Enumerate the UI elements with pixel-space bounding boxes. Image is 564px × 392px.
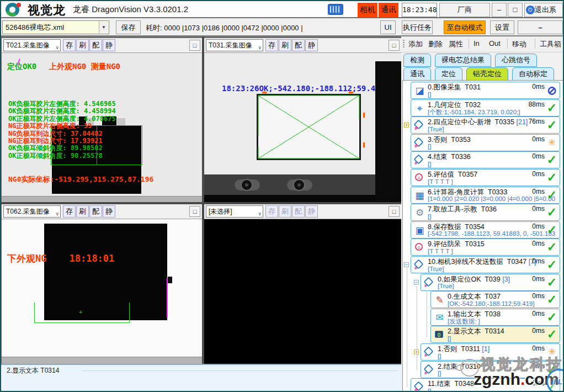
task-item[interactable]: IF11.结束 T03480ms[]✓ (411, 378, 560, 392)
view-button-1[interactable]: 刷 (76, 205, 89, 218)
menu-item-添加[interactable]: 添加 (408, 39, 423, 49)
menu-item-属性[interactable]: 属性 (449, 39, 463, 49)
orange-mark (363, 142, 365, 147)
collapse-icon[interactable]: − (414, 280, 419, 285)
task-item[interactable]: ✎0.生成文本 T0370ms[OK;-542.180;-188.112;59.… (430, 291, 560, 308)
textgen-icon: ✎ (433, 294, 446, 306)
groupbox-line (82, 370, 397, 371)
task-title: 3.否则 T0353 (428, 135, 471, 145)
task-item[interactable]: IF2.结束 T03100ms[]✓ (421, 361, 560, 378)
check-icon: ✓ (545, 101, 558, 115)
menu-item-In[interactable]: In (473, 39, 480, 47)
tab-铝壳定位[interactable]: 铝壳定位 (466, 67, 508, 81)
tree-connector (417, 286, 417, 370)
recipe-dropdown-arrow-icon[interactable]: ▼ (99, 22, 108, 33)
task-item[interactable]: ≡5.评估值 T03570ms[T T T T ]✓ (411, 169, 560, 186)
menu-item-移动[interactable]: 移动 (512, 39, 526, 49)
ui-button[interactable]: UI (380, 20, 396, 34)
view2-source-select[interactable]: T031.采集图像 ∨ (206, 39, 263, 51)
task-count-tag: [1] (480, 345, 489, 353)
view-button-2[interactable]: 配 (292, 39, 305, 51)
task-item[interactable]: IF4.结束 T03360ms[]✓ (411, 151, 560, 168)
run-task-button[interactable]: 执行任务 (402, 20, 433, 34)
task-title: 4.结束 T0336 (428, 152, 471, 162)
view1-maximize-button[interactable]: □ (189, 40, 200, 51)
task-item[interactable]: ▣8.保存数据 T03540ms[-542.1798, -188.1123, 5… (411, 221, 560, 239)
fixture-bar (204, 174, 382, 196)
view4-maximize-button[interactable]: □ (389, 206, 400, 217)
vertical-divider (202, 36, 204, 364)
tab-自动标定[interactable]: 自动标定 (512, 67, 554, 81)
comm-button[interactable]: 通讯 (379, 3, 398, 17)
task-item[interactable]: IF2.四点定位中心-新增 T0335 [21]76ms[True]✓ (411, 116, 560, 134)
keyboard-icon[interactable] (328, 4, 343, 15)
expand-icon[interactable]: + (404, 123, 409, 128)
task-result: [OK;-542.180;-188.112;59.419] (448, 300, 535, 307)
view-button-2[interactable]: 配 (89, 39, 102, 51)
task-item[interactable]: ⌖1.几何定位 T03288ms[个数:1;-501.184, 23.719, … (411, 99, 560, 116)
tab-裸电芯总结果[interactable]: 裸电芯总结果 (435, 54, 491, 67)
task-item[interactable]: ▦6.计算器-角度计算 T03330ms[1=0.000 |2=0.020 |3… (411, 187, 560, 204)
view-button-1[interactable]: 刷 (279, 39, 291, 51)
view-button-0[interactable]: 存 (265, 39, 278, 51)
menu-item-工具箱[interactable]: 工具箱 (540, 39, 561, 49)
task-item[interactable]: IF1.否则 T0311 [1]0ms[]✳ (421, 343, 560, 361)
right-black-strip (375, 61, 401, 204)
blank-wide-button[interactable]: – (518, 20, 563, 34)
view-button-0[interactable]: 存 (63, 205, 76, 218)
display-text-panel: 2.显示文本 T0314 (1, 364, 401, 392)
task-item[interactable]: IF10.相机3掉线不发送数据 T0347 [7]0ms[True]✓ (411, 256, 560, 273)
view3-maximize-button[interactable]: □ (189, 206, 200, 217)
save-button[interactable]: 保存 (116, 20, 141, 34)
task-item[interactable]: ◪0.图像采集 T0310ms[]⊘ (411, 82, 560, 99)
tab-定位[interactable]: 定位 (435, 67, 462, 81)
view1-source-select[interactable]: T021.采集图像 ∨ (3, 39, 61, 51)
camera-button[interactable]: 相机 (358, 3, 377, 17)
measurement-line: NG正极耳胶片右侧高度: 39 (8, 123, 116, 130)
menu-item-删除[interactable]: 删除 (428, 39, 443, 49)
expand-icon[interactable]: + (414, 349, 419, 354)
view-button-3[interactable]: 静 (103, 205, 115, 218)
view3-source-select[interactable]: T062.采集图像 ∨ (3, 205, 61, 218)
menu-item-Out[interactable]: Out (489, 39, 501, 47)
tree-connector (407, 268, 407, 387)
settings-button[interactable]: 设置 (490, 20, 514, 34)
view-button-3[interactable]: 静 (305, 205, 318, 218)
task-item[interactable]: ✉1.输出文本 T0380ms[发送数据: ]✓ (430, 309, 560, 326)
view-button-3[interactable]: 静 (103, 39, 115, 51)
task-time: 0ms (532, 362, 545, 370)
task-item[interactable]: {}2.显示文本 T03140ms[]✓ (430, 326, 560, 343)
task-result: [] (428, 388, 431, 392)
view-button-0[interactable]: 存 (63, 39, 76, 51)
task-item[interactable]: ≡9.评估防呆 T03150ms[T T T T ]✓ (411, 239, 560, 256)
task-result: [] (428, 143, 431, 150)
view-button-1[interactable]: 刷 (279, 205, 291, 218)
view4-source-select[interactable]: [未选择] ∨ (206, 205, 263, 218)
tab-通讯[interactable]: 通讯 (403, 67, 431, 81)
view-button-2[interactable]: 配 (89, 205, 102, 218)
task-item[interactable]: IF3.否则 T03530ms[]✳ (411, 134, 560, 151)
exit-system-button[interactable]: ⏻ 退出系统 (524, 3, 563, 17)
view-button-0[interactable]: 存 (265, 205, 278, 218)
if-diamond-icon: IF (423, 346, 436, 359)
task-item[interactable]: ⚙7.取放工具-示教 T0360ms[]✓ (411, 204, 560, 221)
tab-检测[interactable]: 检测 (403, 54, 431, 67)
view-button-2[interactable]: 配 (292, 205, 305, 218)
view-button-3[interactable]: 静 (305, 39, 318, 51)
collapse-icon[interactable]: − (404, 262, 409, 267)
view3-header: T062.采集图像 ∨ □ 存刷配静 (2, 204, 202, 219)
view-button-1[interactable]: 刷 (76, 39, 89, 51)
task-item[interactable]: IF0.如果定位OK T039 [3]0ms[True]✓ (421, 274, 560, 291)
auto-mode-button[interactable]: 至自动模式 (444, 20, 486, 34)
vendor-button[interactable]: 厂商 (439, 3, 490, 17)
task-result: [] (448, 335, 451, 342)
minimize-button[interactable]: – (492, 3, 507, 17)
view2-maximize-button[interactable]: □ (389, 40, 400, 51)
check-icon: ✓ (545, 310, 558, 325)
recipe-select[interactable]: 526486裸电芯.xml ▼ (2, 20, 109, 34)
grip-handle[interactable] (403, 40, 405, 49)
maximize-button[interactable]: □ (508, 3, 523, 17)
brand-name: 视觉龙 (28, 2, 66, 19)
view4-image (204, 219, 401, 364)
tab-心跳信号[interactable]: 心跳信号 (495, 54, 537, 67)
